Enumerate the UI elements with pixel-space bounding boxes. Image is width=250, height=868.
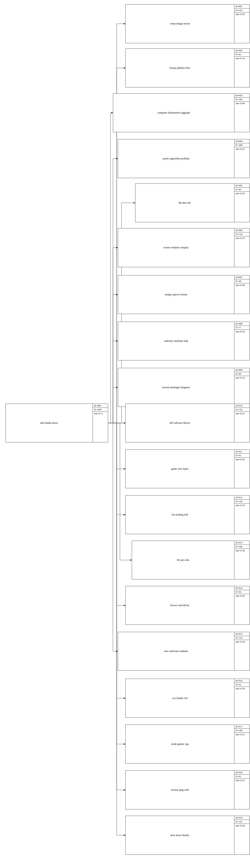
node-label-n019: does know thanks xyxy=(126,816,234,855)
svg-marker-1 xyxy=(124,67,126,69)
node-stat-stat_n-n004: N=208 xyxy=(234,143,249,147)
node-stat-stat_sim-n014: sim=0.44 xyxy=(234,594,249,598)
node-stat-stat_id-n004: id=004 xyxy=(234,139,249,143)
svg-marker-8 xyxy=(116,387,118,388)
node-stat-stat_id-n019: id=019 xyxy=(234,816,249,820)
node-n017: mode games vgaid=017N=189sim=0.23 xyxy=(126,724,250,764)
node-n018: version jpeg arielid=018N=45sim=0.35 xyxy=(126,770,250,809)
node-stat-stat_id-n015: id=015 xyxy=(234,632,249,636)
svg-marker-18 xyxy=(124,835,126,836)
node-n003: computer information siggraphid=003N=106… xyxy=(113,93,250,132)
node-stats-n014: id=014N=56sim=0.44 xyxy=(234,586,249,625)
node-stat-stat_id-n008: id=008 xyxy=(234,322,249,326)
node-stat-stat_id-n010: id=010 xyxy=(234,404,249,408)
node-stat-stat_n-n005: N=45 xyxy=(234,188,249,192)
node-n009: jewish mattingly kingmanid=009N=66sim=0.… xyxy=(118,368,250,407)
node-stat-stat_sim-n002: sim=0.34 xyxy=(234,57,249,60)
node-stats-n003: id=003N=106sim=0.40 xyxy=(234,94,249,132)
node-label-n014: braves card driver xyxy=(126,586,234,625)
node-label-n008: radiosity anybody help xyxy=(118,322,234,361)
node-n014: braves card driverid=014N=56sim=0.44 xyxy=(126,586,250,625)
node-stat-stat_n-n002: N=93 xyxy=(234,53,249,57)
svg-marker-14 xyxy=(116,650,118,652)
node-stats-n007: id=007N=38sim=0.49 xyxy=(234,275,249,314)
node-stats-n009: id=009N=66sim=0.35 xyxy=(234,368,249,407)
node-stat-stat_id-n009: id=009 xyxy=(234,368,249,372)
node-label-n018: version jpeg ariel xyxy=(126,771,234,809)
svg-marker-6 xyxy=(116,294,118,296)
node-stat-stat_sim-n004: sim=0.25 xyxy=(234,147,249,151)
node-stats-n005: id=005N=45sim=0.50 xyxy=(234,184,249,222)
node-stat-stat_sim-n016: sim=0.39 xyxy=(234,687,249,690)
node-stats-n004: id=004N=208sim=0.25 xyxy=(234,139,249,178)
node-stat-stat_n-n011: N=93 xyxy=(234,454,249,458)
svg-marker-9 xyxy=(124,422,126,424)
node-label-n015: new uniforms stadium xyxy=(118,632,234,671)
node-stat-stat_n-n007: N=38 xyxy=(234,279,249,283)
node-stat-stat_id-n017: id=017 xyxy=(234,725,249,729)
node-label-n003: computer information siggraph xyxy=(113,94,234,132)
node-stat-stat_id-n013: id=013 xyxy=(234,541,249,545)
node-label-n009: jewish mattingly kingman xyxy=(118,368,234,407)
node-stat-stat_sim-n008: sim=0.34 xyxy=(234,330,249,334)
node-stat-stat_sim-n019: sim=0.28 xyxy=(234,824,249,828)
node-stats-n010: id=010N=136sim=0.31 xyxy=(234,404,249,442)
node-n007: amiga aspects formatid=007N=38sim=0.49 xyxy=(118,275,250,314)
node-stat-stat_id-n011: id=011 xyxy=(234,450,249,454)
node-stat-stat_id-n007: id=007 xyxy=(234,275,249,279)
svg-marker-7 xyxy=(116,340,118,342)
node-stats-n002: id=002N=93sim=0.34 xyxy=(234,49,249,87)
node-stat-stat_id-n005: id=005 xyxy=(234,184,249,188)
node-stat-stat_sim-n005: sim=0.50 xyxy=(234,192,249,195)
node-stat-stat_n-n001: N=143 xyxy=(234,8,249,12)
node-stat-stat_sim-n017: sim=0.23 xyxy=(234,733,249,736)
node-stat-stat_n-n012: N=129 xyxy=(234,499,249,503)
node-stat-stat_id-n018: id=018 xyxy=(234,771,249,775)
node-n006: screen windows displayid=006N=118sim=0.3… xyxy=(118,228,250,267)
node-stat-stat_n-n015: N=124 xyxy=(234,636,249,640)
node-n019: does know thanksid=019N=141sim=0.28 xyxy=(126,816,250,855)
node-stat-stat_n-n014: N=56 xyxy=(234,590,249,594)
node-stat-stat_n-n010: N=136 xyxy=(234,408,249,412)
node-n012: list mailing ballid=012N=129sim=0.29 xyxy=(126,495,250,534)
node-stats-n017: id=017N=189sim=0.23 xyxy=(234,725,249,763)
node-label-n004: points algorithm problem xyxy=(118,139,234,178)
node-stat-stat_id-n000: id=000 xyxy=(93,404,108,408)
node-stat-stat_sim-n018: sim=0.35 xyxy=(234,778,249,782)
svg-marker-16 xyxy=(124,743,126,745)
node-stat-stat_n-n013: N=108 xyxy=(234,545,249,549)
node-stat-stat_n-n009: N=66 xyxy=(234,372,249,376)
node-n016: sox thanks redid=016N=52sim=0.39 xyxy=(126,679,250,718)
node-stat-stat_id-n014: id=014 xyxy=(234,586,249,590)
node-n010: tiff software libraryid=010N=136sim=0.31 xyxy=(126,404,250,442)
svg-marker-4 xyxy=(134,202,135,204)
node-n013: bit jays eduid=013N=108sim=0.30 xyxy=(132,541,250,580)
node-stat-stat_id-n003: id=003 xyxy=(234,94,249,98)
node-n005: ftp data siteid=005N=45sim=0.50 xyxy=(135,184,250,222)
node-n001: comp image articleid=001N=143sim=0.29 xyxy=(126,4,250,43)
node-label-n001: comp image article xyxy=(126,4,234,43)
node-stat-stat_n-n008: N=77 xyxy=(234,326,249,330)
node-label-n007: amiga aspects format xyxy=(118,275,234,314)
node-n011: game year lopezid=011N=93sim=0.36 xyxy=(126,450,250,489)
node-stat-stat_sim-n006: sim=0.33 xyxy=(234,236,249,240)
node-stats-n006: id=006N=118sim=0.33 xyxy=(234,228,249,267)
node-label-n012: list mailing ball xyxy=(126,496,234,534)
node-stats-n016: id=016N=52sim=0.39 xyxy=(234,679,249,717)
node-stat-stat_n-n018: N=45 xyxy=(234,775,249,778)
node-stats-n001: id=001N=143sim=0.29 xyxy=(234,4,249,43)
node-stat-stat_n-n003: N=106 xyxy=(234,98,249,101)
node-stat-stat_sim-n010: sim=0.31 xyxy=(234,412,249,415)
node-stat-stat_id-n002: id=002 xyxy=(234,49,249,53)
node-label-n000: edu thanks know xyxy=(6,404,93,442)
node-stats-n011: id=011N=93sim=0.36 xyxy=(234,450,249,488)
node-n000: edu thanks knowid=000N=1967sim=0.11 xyxy=(5,404,108,442)
svg-marker-13 xyxy=(124,604,126,606)
node-stat-stat_n-n019: N=141 xyxy=(234,820,249,824)
node-stats-n008: id=008N=77sim=0.34 xyxy=(234,322,249,361)
node-stats-n000: id=000N=1967sim=0.11 xyxy=(93,404,108,442)
node-stat-stat_n-n000: N=1967 xyxy=(93,408,108,412)
svg-marker-3 xyxy=(116,158,118,159)
svg-marker-12 xyxy=(130,559,132,561)
node-label-n002: format phillies files xyxy=(126,49,234,87)
